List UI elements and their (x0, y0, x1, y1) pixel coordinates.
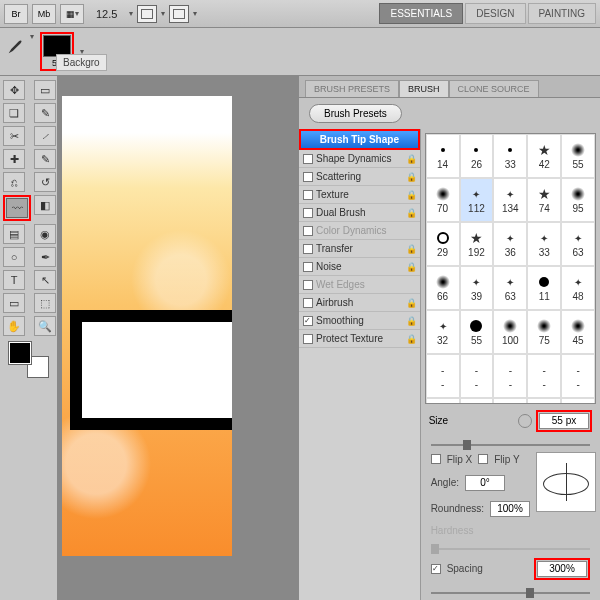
smudge-tool[interactable]: 〰 (6, 198, 28, 218)
brush-tip-cell[interactable]: ✦39 (460, 266, 494, 310)
move-tool[interactable]: ✥ (3, 80, 25, 100)
zoom-tool[interactable]: 🔍 (34, 316, 56, 336)
brush-tip-cell[interactable]: 55 (460, 310, 494, 354)
pen-tool[interactable]: ✒ (34, 247, 56, 267)
brush-presets-button[interactable]: Brush Presets (309, 104, 402, 123)
checkbox-icon[interactable] (303, 154, 313, 164)
brush-tip-cell[interactable]: 75 (527, 310, 561, 354)
brush-tip-cell[interactable]: 45 (561, 310, 595, 354)
doc-arrange-button[interactable] (137, 5, 157, 23)
brush-tip-grid[interactable]: 142633425570✦112✦134749529192✦36✦33✦6366… (425, 133, 596, 404)
brush-tip-cell[interactable]: ✦32 (426, 310, 460, 354)
brush-tip-cell[interactable]: 3 (493, 398, 527, 404)
lasso-tool[interactable]: ❏ (3, 103, 25, 123)
brush-tip-cell[interactable]: 42 (527, 134, 561, 178)
minibridge-button[interactable]: Mb (32, 4, 56, 24)
opt-wet-edges: Wet Edges (299, 276, 420, 294)
path-tool[interactable]: ↖ (34, 270, 56, 290)
brush-tip-cell[interactable]: -- (426, 354, 460, 398)
type-tool[interactable]: T (3, 270, 25, 290)
opt-texture[interactable]: Texture🔒 (299, 186, 420, 204)
gradient-tool[interactable]: ▤ (3, 224, 25, 244)
brush-tip-cell[interactable]: ✦36 (493, 222, 527, 266)
dodge-tool[interactable]: ○ (3, 247, 25, 267)
screen-mode-button[interactable] (169, 5, 189, 23)
roundness-field[interactable] (490, 501, 530, 517)
spacing-field[interactable] (537, 561, 587, 577)
brush-tip-cell[interactable]: 100 (493, 310, 527, 354)
flip-y-check[interactable] (478, 454, 488, 464)
bridge-button[interactable]: Br (4, 4, 28, 24)
view-extras-button[interactable]: ▦▾ (60, 4, 84, 24)
3d-tool[interactable]: ⬚ (34, 293, 56, 313)
opt-noise[interactable]: Noise🔒 (299, 258, 420, 276)
stamp-tool[interactable]: ⎌ (3, 172, 25, 192)
brush-tip-cell[interactable]: ✦33 (527, 222, 561, 266)
brush-tip-cell[interactable]: 55 (561, 134, 595, 178)
opt-scattering[interactable]: Scattering🔒 (299, 168, 420, 186)
opt-airbrush[interactable]: Airbrush🔒 (299, 294, 420, 312)
hand-tool[interactable]: ✋ (3, 316, 25, 336)
quick-select-tool[interactable]: ✎ (34, 103, 56, 123)
opt-smoothing[interactable]: Smoothing🔒 (299, 312, 420, 330)
brush-tip-cell[interactable]: 192 (460, 222, 494, 266)
tab-brush[interactable]: BRUSH (399, 80, 449, 97)
eyedropper-tool[interactable]: ⟋ (34, 126, 56, 146)
angle-field[interactable] (465, 475, 505, 491)
opt-shape-dynamics[interactable]: Shape Dynamics🔒 (299, 150, 420, 168)
reset-size-icon[interactable] (518, 414, 532, 428)
brush-tip-cell[interactable]: 5 (561, 398, 595, 404)
color-swatches[interactable] (9, 342, 49, 378)
brush-tip-cell[interactable]: 26 (460, 134, 494, 178)
brush-tip-cell[interactable]: ✦48 (561, 266, 595, 310)
workspace-tab-essentials[interactable]: ESSENTIALS (379, 3, 463, 24)
angle-preview[interactable] (536, 452, 596, 512)
brush-tip-cell[interactable]: ✦63 (493, 266, 527, 310)
foreground-color[interactable] (9, 342, 31, 364)
brush-tip-cell[interactable]: 95 (561, 178, 595, 222)
brush-tip-cell[interactable]: -- (561, 354, 595, 398)
crop-tool[interactable]: ✂ (3, 126, 25, 146)
workspace-tab-painting[interactable]: PAINTING (528, 3, 596, 24)
zoom-dropdown-icon[interactable]: ▾ (129, 9, 133, 18)
brush-tip-cell[interactable]: 14 (426, 134, 460, 178)
brush-tip-cell[interactable]: 74 (527, 178, 561, 222)
opt-dual-brush[interactable]: Dual Brush🔒 (299, 204, 420, 222)
shape-tool[interactable]: ▭ (3, 293, 25, 313)
brush-tip-cell[interactable]: ✦112 (460, 178, 494, 222)
brush-tip-cell[interactable]: -- (460, 354, 494, 398)
spacing-slider[interactable] (431, 588, 590, 594)
marquee-tool[interactable]: ▭ (34, 80, 56, 100)
brush-tool-row[interactable]: ✎ (34, 149, 56, 169)
tab-clone-source[interactable]: CLONE SOURCE (449, 80, 539, 97)
spacing-check[interactable] (431, 564, 441, 574)
brush-tip-cell[interactable]: -- (493, 354, 527, 398)
brush-tip-cell[interactable]: ✦134 (493, 178, 527, 222)
size-field[interactable] (539, 413, 589, 429)
brush-tip-cell[interactable]: 4 (527, 398, 561, 404)
history-brush-tool[interactable]: ↺ (34, 172, 56, 192)
brush-tip-cell[interactable]: 2 (460, 398, 494, 404)
opt-protect-texture[interactable]: Protect Texture🔒 (299, 330, 420, 348)
zoom-level[interactable]: 12.5 (96, 8, 117, 20)
angle-label: Angle: (431, 477, 459, 488)
brush-tip-cell[interactable]: 66 (426, 266, 460, 310)
opt-brush-tip-shape[interactable]: Brush Tip Shape (299, 129, 420, 150)
brush-tip-cell[interactable]: 1 (426, 398, 460, 404)
flip-x-check[interactable] (431, 454, 441, 464)
opt-transfer[interactable]: Transfer🔒 (299, 240, 420, 258)
brush-tip-cell[interactable]: 70 (426, 178, 460, 222)
blur-tool[interactable]: ◉ (34, 224, 56, 244)
brush-tip-cell[interactable]: 29 (426, 222, 460, 266)
size-slider[interactable] (431, 440, 590, 446)
document-canvas[interactable] (62, 96, 232, 556)
document-tab[interactable]: Backgro (56, 54, 107, 71)
healing-tool[interactable]: ✚ (3, 149, 25, 169)
brush-tip-cell[interactable]: ✦63 (561, 222, 595, 266)
workspace-tab-design[interactable]: DESIGN (465, 3, 525, 24)
brush-tip-cell[interactable]: -- (527, 354, 561, 398)
tab-brush-presets[interactable]: BRUSH PRESETS (305, 80, 399, 97)
eraser-tool[interactable]: ◧ (34, 195, 56, 215)
brush-tip-cell[interactable]: 11 (527, 266, 561, 310)
brush-tip-cell[interactable]: 33 (493, 134, 527, 178)
